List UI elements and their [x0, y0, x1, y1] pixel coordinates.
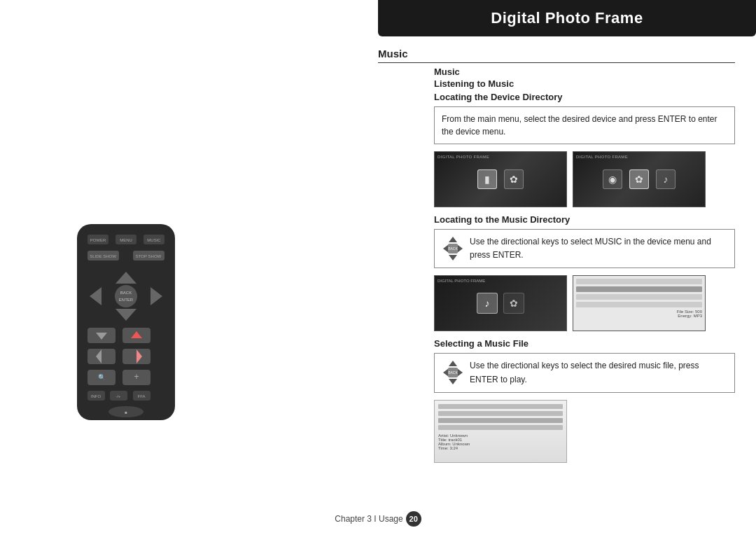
device-image-4: File Size: 500Energy: MP3 [573, 275, 706, 331]
instruction-box-select: BACK Use the directional keys to select … [434, 353, 735, 392]
bottom-screen: Artist: Unknown Title: track01 Album: Un… [435, 401, 566, 462]
bottom-row-2 [438, 411, 563, 416]
device-label-3: DIGITAL PHOTO FRAME [438, 279, 485, 283]
svg-text:🔍: 🔍 [98, 373, 106, 382]
svg-marker-3 [449, 255, 457, 260]
instruction-select-text: Use the directional keys to select the d… [470, 359, 727, 386]
svg-text:+: + [134, 372, 139, 382]
label-locating-device: Locating the Device Directory [434, 92, 735, 102]
device-images-row1: DIGITAL PHOTO FRAME ▮ ✿ DIGITAL PHOTO FR… [434, 151, 735, 207]
list-item-2-selected [576, 286, 702, 292]
remote-panel: POWER MENU MUSIC SLIDE SHOW STOP SHOW BA… [63, 224, 189, 420]
screen-icon-2b: ✿ [629, 169, 649, 189]
screen-icon-usb: ▮ [477, 169, 497, 189]
svg-text:ENTER: ENTER [119, 298, 134, 302]
remote-icon-select: BACK [442, 359, 464, 386]
screen-icon-music-sel: ♪ [477, 293, 498, 314]
svg-text:BACK: BACK [120, 291, 132, 295]
content-area: Music Listening to Music Locating the De… [434, 67, 735, 463]
remote-svg-select: BACK [442, 359, 464, 386]
footer-chapter-text: Chapter 3 I Usage [335, 514, 402, 524]
info-box-device: From the main menu, select the desired d… [434, 106, 735, 144]
header-banner: Digital Photo Frame [378, 0, 756, 36]
svg-marker-0 [449, 237, 457, 242]
bottom-row-1 [438, 404, 563, 409]
label-selecting: Selecting a Music File [434, 338, 735, 349]
device-screen-1: DIGITAL PHOTO FRAME ▮ ✿ [435, 152, 566, 207]
svg-text:-/+: -/+ [115, 394, 121, 398]
svg-text:FFA: FFA [137, 394, 145, 398]
section-title: Music [378, 48, 408, 60]
screen-icons-1: ▮ ✿ [477, 169, 524, 189]
bottom-row-3-selected [438, 418, 563, 423]
screen-icons-3: ♪ ✿ [477, 293, 524, 314]
svg-text:BACK: BACK [448, 246, 458, 251]
bottom-row-4 [438, 425, 563, 430]
device-image-1: DIGITAL PHOTO FRAME ▮ ✿ [434, 151, 567, 207]
svg-point-27 [115, 285, 137, 307]
footer: Chapter 3 I Usage 20 [0, 511, 756, 527]
device-label-2: DIGITAL PHOTO FRAME [576, 155, 628, 159]
device-screen-3: DIGITAL PHOTO FRAME ♪ ✿ [435, 276, 566, 331]
device-label-1: DIGITAL PHOTO FRAME [438, 155, 489, 159]
screen-icons-2: ◉ ✿ ♪ [603, 169, 676, 189]
info-box-text: From the main menu, select the desired d… [442, 114, 718, 137]
label-listening: Listening to Music [434, 78, 735, 89]
svg-text:BACK: BACK [448, 370, 458, 375]
page-container: Digital Photo Frame Music Music Listenin… [0, 0, 756, 535]
device-screen-4: File Size: 500Energy: MP3 [573, 276, 705, 331]
list-item-4 [576, 302, 702, 307]
remote-icon-music: BACK [442, 235, 464, 262]
svg-marker-6 [449, 361, 457, 366]
screen-icon-2c: ♪ [656, 169, 676, 189]
svg-marker-9 [449, 379, 457, 384]
screen-icon-photo2: ✿ [503, 293, 524, 314]
device-image-2: DIGITAL PHOTO FRAME ◉ ✿ ♪ [573, 151, 706, 207]
svg-text:SLIDE SHOW: SLIDE SHOW [90, 254, 116, 258]
svg-text:STOP SHOW: STOP SHOW [136, 254, 162, 258]
list-info: File Size: 500Energy: MP3 [576, 310, 702, 318]
list-item-1 [576, 279, 702, 284]
page-badge: 20 [406, 511, 421, 527]
screen-icon-2a: ◉ [603, 169, 622, 189]
svg-marker-8 [457, 368, 463, 377]
bottom-img-info: Artist: Unknown Title: track01 Album: Un… [438, 433, 563, 450]
bottom-image: Artist: Unknown Title: track01 Album: Un… [434, 400, 567, 463]
device-images-row2: DIGITAL PHOTO FRAME ♪ ✿ [434, 275, 735, 331]
list-item-3 [576, 294, 702, 300]
instruction-music-text: Use the directional keys to select MUSIC… [470, 235, 727, 262]
section-title-bar: Music [378, 48, 735, 63]
remote-control-svg: POWER MENU MUSIC SLIDE SHOW STOP SHOW BA… [63, 224, 189, 420]
remote-svg-music: BACK [442, 235, 464, 262]
svg-marker-2 [457, 244, 463, 253]
screen-icon-photo: ✿ [504, 169, 524, 189]
instruction-box-music: BACK Use the directional keys to select … [434, 229, 735, 268]
svg-text:MENU: MENU [120, 238, 132, 242]
svg-text:MUSIC: MUSIC [147, 238, 161, 242]
svg-text:POWER: POWER [90, 238, 106, 242]
label-music: Music [434, 67, 735, 77]
header-title: Digital Photo Frame [491, 9, 643, 27]
device-image-3: DIGITAL PHOTO FRAME ♪ ✿ [434, 275, 567, 331]
svg-text:■: ■ [125, 410, 127, 415]
svg-text:INFO: INFO [91, 394, 102, 398]
label-locating-music: Locating to the Music Directory [434, 214, 735, 225]
device-screen-2: DIGITAL PHOTO FRAME ◉ ✿ ♪ [573, 152, 705, 207]
